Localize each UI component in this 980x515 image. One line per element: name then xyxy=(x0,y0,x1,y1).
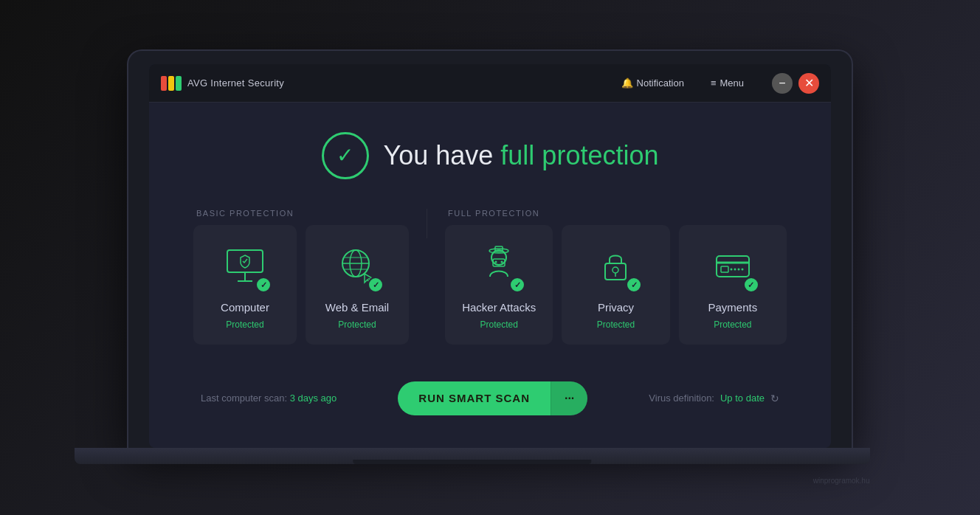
privacy-check-icon: ✓ xyxy=(631,280,638,290)
privacy-card: ✓ Privacy Protected xyxy=(562,225,669,345)
hero-section: ✓ You have full protection xyxy=(193,132,787,179)
hero-highlight: full protection xyxy=(500,140,658,170)
computer-card-title: Computer xyxy=(221,300,269,315)
privacy-icon-wrap: ✓ xyxy=(592,243,639,290)
svg-point-23 xyxy=(730,269,732,271)
svg-point-25 xyxy=(737,269,739,271)
virus-status: Up to date xyxy=(720,393,765,404)
full-cards-row: ✓ Hacker Attacks Protected xyxy=(445,225,787,345)
app-brand: AVG Internet Security xyxy=(161,76,615,91)
privacy-card-status: Protected xyxy=(597,319,635,330)
hacker-check-icon: ✓ xyxy=(514,280,521,290)
menu-button[interactable]: ≡ Menu xyxy=(705,75,750,91)
main-content: ✓ You have full protection BASIC PROTECT… xyxy=(149,103,831,438)
payments-card-status: Protected xyxy=(714,319,751,330)
hacker-check: ✓ xyxy=(509,277,525,293)
avg-logo-icon xyxy=(161,76,182,91)
refresh-icon[interactable]: ↻ xyxy=(770,393,779,404)
web-email-check-icon: ✓ xyxy=(373,280,379,290)
app-window: AVG Internet Security 🔔 Notification ≡ M… xyxy=(149,64,831,448)
svg-point-18 xyxy=(612,267,618,273)
basic-cards-row: ✓ Computer Protected xyxy=(193,225,409,345)
svg-rect-0 xyxy=(161,76,167,91)
menu-icon: ≡ xyxy=(711,77,717,89)
svg-rect-17 xyxy=(605,263,626,280)
svg-rect-1 xyxy=(168,76,174,91)
scan-time: 3 days ago xyxy=(290,393,337,404)
payments-icon-wrap: ✓ xyxy=(709,243,756,290)
bottom-bar: Last computer scan: 3 days ago RUN SMART… xyxy=(193,381,787,415)
web-email-card: ✓ Web & Email Protected xyxy=(306,225,409,345)
laptop-base: winprogramok.hu xyxy=(75,448,870,464)
watermark: winprogramok.hu xyxy=(813,477,870,485)
basic-protection-group: BASIC PROTECTION xyxy=(193,209,409,345)
close-button[interactable]: ✕ xyxy=(798,73,819,94)
hero-text: You have full protection xyxy=(384,140,659,171)
svg-point-26 xyxy=(741,269,743,271)
web-email-check: ✓ xyxy=(368,277,384,293)
title-bar: AVG Internet Security 🔔 Notification ≡ M… xyxy=(149,64,831,103)
section-divider xyxy=(427,209,427,238)
computer-card: ✓ Computer Protected xyxy=(193,225,297,345)
protection-container: BASIC PROTECTION xyxy=(193,209,787,345)
web-email-card-status: Protected xyxy=(338,319,376,330)
scan-more-options-button[interactable]: ··· xyxy=(551,381,587,415)
title-right-controls: 🔔 Notification ≡ Menu − ✕ xyxy=(615,73,819,94)
hacker-icon-wrap: ✓ xyxy=(475,243,522,290)
hacker-card-status: Protected xyxy=(480,319,517,330)
hacker-card-title: Hacker Attacks xyxy=(462,300,536,315)
scan-info: Last computer scan: 3 days ago xyxy=(201,393,337,404)
run-smart-scan-button[interactable]: RUN SMART SCAN xyxy=(398,381,551,415)
svg-rect-22 xyxy=(721,266,728,272)
privacy-card-title: Privacy xyxy=(598,300,634,315)
svg-point-24 xyxy=(734,269,736,271)
payments-card: ✓ Payments Protected xyxy=(679,225,787,345)
svg-rect-2 xyxy=(176,76,182,91)
checkmark-icon: ✓ xyxy=(337,145,353,166)
payments-check: ✓ xyxy=(743,277,759,293)
computer-icon-wrap: ✓ xyxy=(221,243,269,290)
payments-card-title: Payments xyxy=(708,300,757,315)
hacker-attacks-card: ✓ Hacker Attacks Protected xyxy=(445,225,553,345)
laptop-wrapper: AVG Internet Security 🔔 Notification ≡ M… xyxy=(128,51,852,464)
app-title: AVG Internet Security xyxy=(187,77,284,89)
computer-check: ✓ xyxy=(255,277,272,293)
computer-card-status: Protected xyxy=(226,319,263,330)
virus-info: Virus definition: Up to date ↻ xyxy=(649,393,779,404)
hero-inner: ✓ You have full protection xyxy=(322,132,659,179)
full-protection-label: FULL PROTECTION xyxy=(445,209,787,218)
notification-button[interactable]: 🔔 Notification xyxy=(615,75,690,91)
computer-check-icon: ✓ xyxy=(260,280,267,290)
window-controls: − ✕ xyxy=(772,73,819,94)
privacy-check: ✓ xyxy=(626,277,642,293)
scan-button-group: RUN SMART SCAN ··· xyxy=(398,381,587,415)
payments-check-icon: ✓ xyxy=(748,280,754,290)
web-email-icon-wrap: ✓ xyxy=(334,243,381,290)
full-protection-group: FULL PROTECTION xyxy=(445,209,787,345)
check-circle: ✓ xyxy=(322,132,369,179)
laptop-screen: AVG Internet Security 🔔 Notification ≡ M… xyxy=(128,51,852,448)
bell-icon: 🔔 xyxy=(621,77,633,89)
web-email-card-title: Web & Email xyxy=(325,300,389,315)
minimize-button[interactable]: − xyxy=(772,73,793,94)
basic-protection-label: BASIC PROTECTION xyxy=(193,209,409,218)
